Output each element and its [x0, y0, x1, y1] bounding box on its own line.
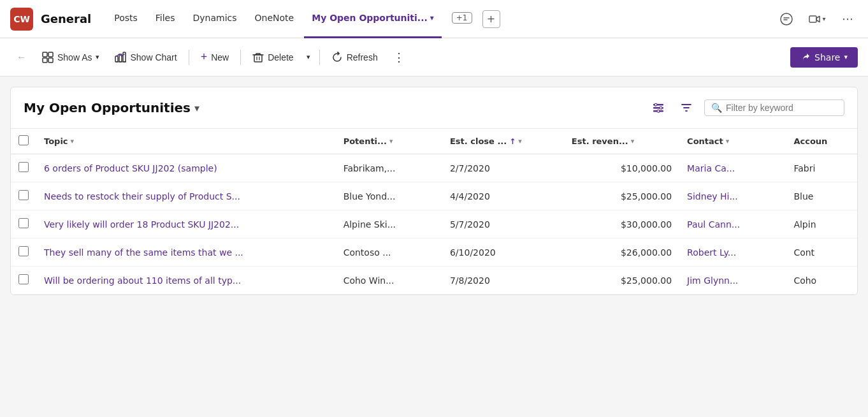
row-est-close-4: 7/8/2020: [442, 267, 564, 295]
row-checkbox-cell-3: [11, 238, 36, 267]
row-est-revenue-2: $30,000.00: [564, 210, 679, 238]
row-contact-4[interactable]: Jim Glynn...: [679, 267, 786, 295]
row-account-2: Alpin: [786, 210, 857, 238]
add-tab-button[interactable]: +: [482, 10, 500, 28]
nav-tab-opportunities[interactable]: My Open Opportuniti... ▾: [304, 0, 442, 38]
video-icon: [808, 13, 821, 26]
nav-tab-onenote[interactable]: OneNote: [247, 0, 302, 38]
th-est-revenue[interactable]: Est. reven... ▾: [564, 129, 679, 154]
panel-title-chevron[interactable]: ▾: [194, 102, 199, 114]
contact-sort-chevron: ▾: [726, 137, 730, 145]
video-icon-btn[interactable]: ▾: [807, 9, 827, 29]
more-options-btn[interactable]: ⋯: [837, 9, 858, 29]
row-checkbox-cell-1: [11, 182, 36, 210]
row-checkbox-3[interactable]: [18, 246, 29, 256]
row-topic-1[interactable]: Needs to restock their supply of Product…: [36, 182, 336, 210]
row-est-revenue-4: $25,000.00: [564, 267, 679, 295]
row-contact-1[interactable]: Sidney Hi...: [679, 182, 786, 210]
panel-title: My Open Opportunities ▾: [24, 100, 199, 115]
svg-point-13: [655, 103, 657, 106]
th-contact[interactable]: Contact ▾: [679, 129, 786, 154]
row-topic-0[interactable]: 6 orders of Product SKU JJ202 (sample): [36, 154, 336, 182]
table-body: 6 orders of Product SKU JJ202 (sample) F…: [11, 154, 857, 295]
row-est-revenue-0: $10,000.00: [564, 154, 679, 182]
column-settings-icon: [652, 101, 665, 114]
row-topic-2[interactable]: Very likely will order 18 Product SKU JJ…: [36, 210, 336, 238]
show-as-chevron: ▾: [96, 53, 99, 61]
show-chart-button[interactable]: Show Chart: [108, 48, 183, 67]
row-checkbox-cell-4: [11, 267, 36, 295]
filter-icon-btn[interactable]: [676, 98, 697, 118]
svg-rect-6: [115, 56, 118, 62]
row-potential-0: Fabrikam,...: [336, 154, 442, 182]
nav-tab-dynamics[interactable]: Dynamics: [185, 0, 245, 38]
row-contact-3[interactable]: Robert Ly...: [679, 238, 786, 267]
row-est-revenue-3: $26,000.00: [564, 238, 679, 267]
row-account-3: Cont: [786, 238, 857, 267]
main-content: My Open Opportunities ▾: [0, 77, 868, 417]
back-button[interactable]: ←: [10, 48, 33, 67]
svg-point-14: [660, 106, 662, 109]
nav-tab-files[interactable]: Files: [148, 0, 183, 38]
filter-input[interactable]: [726, 103, 837, 113]
row-checkbox-0[interactable]: [18, 162, 29, 172]
row-checkbox-cell-0: [11, 154, 36, 182]
share-label: Share: [814, 52, 840, 62]
chat-icon: [780, 13, 793, 26]
svg-rect-3: [48, 52, 53, 57]
row-checkbox-2[interactable]: [18, 218, 29, 228]
opportunities-table: Topic ▾ Potenti... ▾ Est: [11, 129, 857, 295]
delete-button[interactable]: Delete: [246, 48, 300, 67]
svg-rect-1: [809, 16, 816, 22]
row-account-4: Coho: [786, 267, 857, 295]
delete-dropdown-button[interactable]: ▾: [303, 49, 314, 65]
show-as-icon: [42, 52, 54, 63]
refresh-button[interactable]: Refresh: [325, 48, 384, 67]
topic-sort-chevron: ▾: [71, 137, 75, 145]
nav-tab-dropdown-icon: ▾: [430, 13, 434, 22]
select-all-checkbox[interactable]: [18, 135, 29, 145]
top-nav: CW General Posts Files Dynamics OneNote …: [0, 0, 868, 38]
row-contact-2[interactable]: Paul Cann...: [679, 210, 786, 238]
th-est-close[interactable]: Est. close ... ↑ ▾: [442, 129, 564, 154]
svg-rect-9: [254, 55, 262, 62]
new-button[interactable]: + New: [194, 47, 236, 68]
opportunities-panel: My Open Opportunities ▾: [10, 87, 858, 295]
row-account-0: Fabri: [786, 154, 857, 182]
row-checkbox-1[interactable]: [18, 190, 29, 200]
row-potential-4: Coho Win...: [336, 267, 442, 295]
svg-rect-2: [43, 52, 47, 57]
show-chart-label: Show Chart: [130, 52, 177, 62]
chat-icon-btn[interactable]: [776, 9, 797, 29]
row-contact-0[interactable]: Maria Ca...: [679, 154, 786, 182]
delete-label: Delete: [268, 52, 293, 62]
nav-tab-plus1[interactable]: +1: [444, 0, 480, 38]
delete-chevron-icon: ▾: [307, 53, 310, 61]
row-topic-4[interactable]: Will be ordering about 110 items of all …: [36, 267, 336, 295]
th-potential[interactable]: Potenti... ▾: [336, 129, 442, 154]
th-topic[interactable]: Topic ▾: [36, 129, 336, 154]
video-chevron-icon: ▾: [822, 15, 825, 22]
column-settings-icon-btn[interactable]: [648, 98, 669, 118]
app-icon: CW: [10, 8, 33, 31]
row-est-close-0: 2/7/2020: [442, 154, 564, 182]
est-revenue-sort-chevron: ▾: [631, 137, 635, 145]
row-est-revenue-1: $25,000.00: [564, 182, 679, 210]
svg-point-0: [781, 13, 792, 25]
show-as-button[interactable]: Show As ▾: [36, 48, 106, 67]
row-potential-2: Alpine Ski...: [336, 210, 442, 238]
row-topic-3[interactable]: They sell many of the same items that we…: [36, 238, 336, 267]
th-select-all: [11, 129, 36, 154]
separator-2: [240, 50, 241, 65]
potential-sort-chevron: ▾: [389, 137, 393, 145]
share-button[interactable]: Share ▾: [790, 47, 858, 68]
panel-header: My Open Opportunities ▾: [11, 87, 857, 129]
delete-icon: [252, 52, 264, 63]
refresh-icon: [331, 52, 343, 63]
row-checkbox-4[interactable]: [18, 274, 29, 284]
nav-tab-posts[interactable]: Posts: [106, 0, 145, 38]
filter-icon: [680, 101, 693, 114]
row-est-close-3: 6/10/2020: [442, 238, 564, 267]
refresh-label: Refresh: [347, 52, 378, 62]
more-toolbar-button[interactable]: ⋮: [387, 47, 411, 68]
